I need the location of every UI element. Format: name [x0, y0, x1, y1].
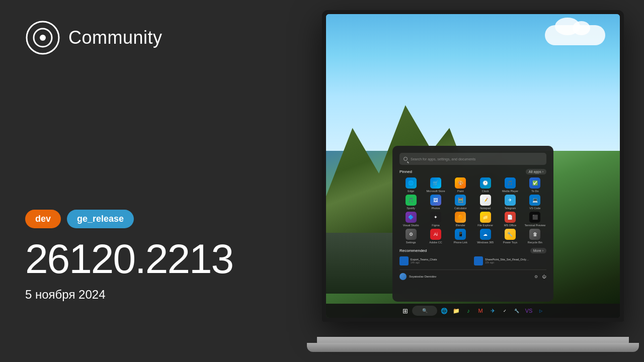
app-item-clock[interactable]: 🕐Clock: [474, 177, 497, 193]
pinned-label: Pinned: [399, 169, 412, 174]
logo-text: Community: [68, 27, 163, 48]
more-button[interactable]: More ›: [530, 248, 546, 253]
app-icon: 🧮: [455, 195, 466, 206]
app-label: Edge: [408, 190, 414, 193]
app-label: Spotify: [407, 207, 415, 210]
app-icon: 🎨: [455, 177, 466, 189]
app-item-ms-office[interactable]: 📄MS Office: [499, 212, 521, 227]
app-item-vs-code[interactable]: 💻VS Code: [524, 195, 546, 210]
recent-file-item[interactable]: SharePoint_Site_Set_Read_Only_All15h ago: [474, 256, 546, 265]
search-placeholder: Search for apps, settings, and documents: [411, 157, 475, 161]
taskbar-app9[interactable]: ▷: [536, 306, 546, 316]
user-avatar: [399, 273, 407, 280]
app-label: Figma: [432, 224, 439, 227]
app-icon: 🎵: [505, 177, 516, 189]
app-label: File Explorer: [477, 224, 493, 227]
app-label: Power Toys: [503, 241, 517, 244]
app-label: MS Office: [504, 224, 516, 227]
app-item-notepad[interactable]: 📝Notepad: [474, 195, 497, 210]
system-icons: ⚙ ⏻: [533, 274, 546, 279]
app-icon: 🕐: [480, 177, 491, 189]
app-item-recycle-bin[interactable]: 🗑Recycle Bin: [524, 229, 546, 244]
app-item-paint[interactable]: 🎨Paint: [449, 177, 472, 193]
taskbar-app2[interactable]: 📁: [451, 306, 461, 316]
file-icon: [399, 256, 409, 265]
app-item-media-player[interactable]: 🎵Media Player: [499, 177, 521, 193]
taskbar-app4[interactable]: M: [475, 306, 486, 316]
svg-point-2: [40, 35, 46, 41]
taskbar-app5[interactable]: ✈: [488, 306, 498, 316]
app-icon: 📄: [505, 212, 516, 223]
laptop-container: Search for apps, settings, and documents…: [307, 10, 639, 352]
app-item-to-do[interactable]: ✅To Do: [524, 177, 546, 193]
app-icon: ☁: [480, 229, 491, 240]
file-info: SharePoint_Site_Set_Read_Only_All15h ago: [485, 258, 530, 264]
app-icon: 🟠: [455, 212, 466, 223]
app-item-blender[interactable]: 🟠Blender: [449, 212, 472, 227]
app-label: Settings: [406, 241, 416, 244]
settings-icon[interactable]: ⚙: [533, 274, 538, 279]
laptop-base: [307, 343, 639, 352]
app-item-figma[interactable]: ✦Figma: [424, 212, 447, 227]
user-bar: Svyatoslav Demidov ⚙ ⏻: [399, 269, 546, 280]
start-search-bar[interactable]: Search for apps, settings, and documents: [399, 153, 546, 165]
app-label: Telegram: [505, 207, 516, 210]
app-item-windows-365[interactable]: ☁Windows 365: [474, 229, 497, 244]
content-area: dev ge_release 26120.2213 5 ноября 2024: [25, 210, 297, 302]
recent-file-item[interactable]: Export_Teams_Chats14h ago: [399, 256, 472, 265]
app-label: Phone Link: [454, 241, 468, 244]
app-icon: 🔷: [406, 212, 417, 223]
app-icon: ✦: [430, 212, 441, 223]
app-item-telegram[interactable]: ✈Telegram: [499, 195, 521, 210]
taskbar: ⊞ 🔍 🌐 📁 ♪ M ✈ ✓ 🔧 VS ▷: [326, 304, 620, 318]
app-icon: 🔧: [505, 229, 516, 240]
file-icon: [474, 256, 483, 265]
app-label: Media Player: [502, 190, 518, 193]
taskbar-app1[interactable]: 🌐: [439, 306, 449, 316]
user-name: Svyatoslav Demidov: [409, 275, 436, 278]
taskbar-search[interactable]: 🔍: [412, 306, 437, 316]
app-label: Visual Studio: [403, 224, 419, 227]
community-logo-icon: [25, 20, 60, 55]
app-label: Photos: [431, 207, 440, 210]
app-icon: 🎵: [406, 195, 417, 206]
app-label: Clock: [482, 190, 489, 193]
recommended-header: Recommended More ›: [399, 248, 546, 253]
app-icon: 🌐: [406, 177, 417, 189]
app-item-phone-link[interactable]: 📱Phone Link: [449, 229, 472, 244]
app-icon: Ai: [430, 229, 441, 240]
badges-container: dev ge_release: [25, 210, 297, 228]
app-icon: ⬛: [529, 212, 540, 223]
app-label: VS Code: [529, 207, 540, 210]
all-apps-button[interactable]: All apps ›: [526, 169, 546, 174]
power-icon[interactable]: ⏻: [541, 274, 546, 279]
app-label: Microsoft Store: [427, 190, 445, 193]
sky-bg: [326, 14, 620, 151]
taskbar-app7[interactable]: 🔧: [512, 306, 522, 316]
app-icon: ✅: [529, 177, 540, 189]
app-item-file-explorer[interactable]: 📁File Explorer: [474, 212, 497, 227]
app-icon: 📁: [480, 212, 491, 223]
app-item-microsoft-store[interactable]: 🛒Microsoft Store: [424, 177, 447, 193]
recommended-label: Recommended: [399, 248, 427, 253]
app-item-photos[interactable]: 🖼Photos: [424, 195, 447, 210]
app-icon: ✈: [505, 195, 516, 206]
apps-grid: 🌐Edge🛒Microsoft Store🎨Paint🕐Clock🎵Media …: [399, 177, 546, 244]
app-item-settings[interactable]: ⚙Settings: [399, 229, 422, 244]
app-icon: ⚙: [406, 229, 417, 240]
app-item-edge[interactable]: 🌐Edge: [399, 177, 422, 193]
right-panel: Search for apps, settings, and documents…: [302, 0, 644, 362]
taskbar-app6[interactable]: ✓: [500, 306, 510, 316]
taskbar-app3[interactable]: ♪: [463, 306, 473, 316]
app-label: Calculator: [454, 207, 467, 210]
app-item-power-toys[interactable]: 🔧Power Toys: [499, 229, 521, 244]
pinned-header: Pinned All apps ›: [399, 169, 546, 174]
app-item-adobe-cc[interactable]: AiAdobe CC: [424, 229, 447, 244]
taskbar-app8[interactable]: VS: [524, 306, 534, 316]
app-label: Blender: [456, 224, 465, 227]
app-item-spotify[interactable]: 🎵Spotify: [399, 195, 422, 210]
app-item-calculator[interactable]: 🧮Calculator: [449, 195, 472, 210]
taskbar-start[interactable]: ⊞: [400, 306, 410, 316]
app-item-terminal-preview[interactable]: ⬛Terminal Preview: [524, 212, 546, 227]
app-item-visual-studio[interactable]: 🔷Visual Studio: [399, 212, 422, 227]
